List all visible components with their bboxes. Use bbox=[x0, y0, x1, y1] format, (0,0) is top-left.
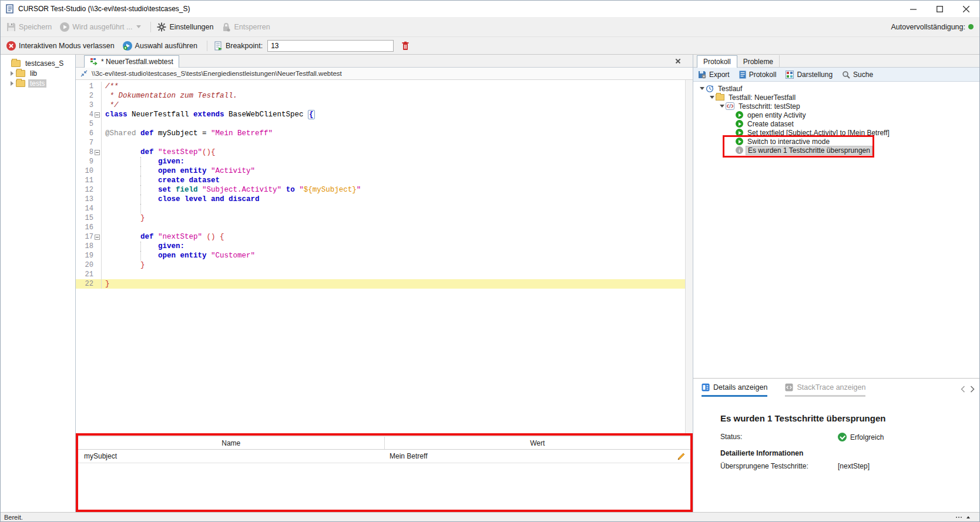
variable-name-cell[interactable]: mySubject bbox=[78, 452, 385, 460]
chevron-left-icon[interactable] bbox=[961, 386, 965, 393]
tree-row[interactable]: iEs wurden 1 Testschritte übersprungen bbox=[693, 146, 979, 155]
variable-value-cell[interactable]: Mein Betreff bbox=[385, 452, 690, 460]
skipped-steps-value: [nextStep] bbox=[838, 462, 870, 470]
fold-marker-icon[interactable] bbox=[95, 235, 100, 240]
code-line[interactable]: 13 close level and discard bbox=[76, 195, 685, 204]
column-header-name[interactable]: Name bbox=[78, 439, 384, 447]
code-line[interactable]: 1/** bbox=[76, 82, 685, 91]
file-tree-item[interactable]: tests bbox=[1, 78, 75, 88]
status-bar: Bereit. bbox=[1, 512, 979, 521]
tab-protokoll[interactable]: Protokoll bbox=[697, 55, 737, 68]
expander-icon[interactable] bbox=[708, 96, 716, 99]
testrun-icon bbox=[706, 85, 714, 93]
breakpoint-input[interactable] bbox=[267, 40, 394, 52]
trash-icon[interactable] bbox=[401, 41, 410, 51]
code-line[interactable]: 19 open entity "Customer" bbox=[76, 251, 685, 260]
code-line[interactable]: 10 open entity "Activity" bbox=[76, 166, 685, 176]
tab-details-anzeigen[interactable]: Details anzeigen bbox=[702, 383, 767, 397]
fold-column[interactable] bbox=[93, 148, 102, 157]
code-line[interactable]: 14 bbox=[76, 204, 685, 213]
tree-row[interactable]: open entity Activity bbox=[693, 111, 979, 119]
code-line[interactable]: 17 def "nextStep" () { bbox=[76, 232, 685, 242]
collapse-arrows-icon[interactable] bbox=[80, 70, 88, 77]
code-line[interactable]: 5 bbox=[76, 119, 685, 129]
code-line[interactable]: 6@Shared def mySubject = "Mein Betreff" bbox=[76, 129, 685, 138]
running-button[interactable]: Wird ausgeführt ... bbox=[60, 22, 141, 32]
fold-column[interactable] bbox=[93, 232, 102, 242]
edit-pencil-icon[interactable] bbox=[677, 452, 686, 463]
code-line[interactable]: 11 create dataset bbox=[76, 176, 685, 185]
code-line[interactable]: 16 bbox=[76, 223, 685, 232]
toolbar-separator bbox=[207, 41, 207, 51]
statusbar-arrow-icon[interactable] bbox=[966, 516, 970, 518]
fold-column bbox=[93, 138, 102, 148]
code-line[interactable]: 8 def "testStep"(){ bbox=[76, 148, 685, 157]
chevron-down-icon[interactable] bbox=[136, 25, 141, 28]
suche-button[interactable]: Suche bbox=[842, 71, 873, 79]
line-number: 12 bbox=[76, 185, 93, 195]
code-line[interactable]: 22} bbox=[76, 279, 685, 289]
fold-column bbox=[93, 270, 102, 279]
table-row[interactable]: mySubjectMein Betreff bbox=[78, 450, 690, 463]
code-line[interactable]: 21 bbox=[76, 270, 685, 279]
run-selection-button[interactable]: Auswahl ausführen bbox=[123, 41, 197, 51]
tree-row[interactable]: Set textfield [Subject.Activity] to [Mei… bbox=[693, 128, 979, 137]
tree-row[interactable]: Testfall: NeuerTestfall bbox=[693, 93, 979, 102]
editor-tab[interactable]: * NeuerTestfall.webtest bbox=[84, 55, 179, 68]
file-tree: testcases_Slibtests bbox=[1, 55, 76, 512]
play-icon bbox=[736, 120, 743, 128]
file-tree-item[interactable]: lib bbox=[1, 68, 75, 78]
unlock-button[interactable]: Entsperren bbox=[221, 22, 270, 32]
tree-row[interactable]: Create dataset bbox=[693, 119, 979, 128]
column-header-wert[interactable]: Wert bbox=[385, 439, 691, 447]
close-button[interactable] bbox=[953, 1, 979, 17]
fold-column[interactable] bbox=[93, 110, 102, 119]
expander-icon[interactable] bbox=[8, 71, 16, 76]
code-editor[interactable]: 1/**2 * Dokumentation zum Testfall.3 */4… bbox=[76, 80, 685, 433]
code-line[interactable]: 12 set field "Subject.Activity" to "${my… bbox=[76, 185, 685, 195]
indent-guide bbox=[140, 176, 141, 185]
export-button[interactable]: Export bbox=[698, 71, 730, 79]
code-line[interactable]: 2 * Dokumentation zum Testfall. bbox=[76, 91, 685, 101]
tab-stacktrace-anzeigen[interactable]: StackTrace anzeigen bbox=[785, 383, 865, 397]
fold-marker-icon[interactable] bbox=[95, 112, 100, 118]
file-tree-item[interactable]: testcases_S bbox=[1, 58, 75, 68]
leave-interactive-mode-button[interactable]: Interaktiven Modus verlassen bbox=[6, 41, 115, 51]
protocol-doc-icon bbox=[739, 71, 746, 79]
maximize-button[interactable] bbox=[927, 1, 953, 17]
editor-scrollbar[interactable] bbox=[685, 80, 693, 433]
tree-row[interactable]: Switch to interactive mode bbox=[693, 137, 979, 146]
code-line[interactable]: 20 } bbox=[76, 260, 685, 270]
tree-row[interactable]: Testlauf bbox=[693, 84, 979, 93]
tab-probleme[interactable]: Probleme bbox=[737, 55, 780, 68]
code-line[interactable]: 15 } bbox=[76, 213, 685, 223]
indent-guide bbox=[140, 185, 141, 195]
code-line[interactable]: 3 */ bbox=[76, 101, 685, 110]
code-text: /** bbox=[105, 82, 119, 91]
stacktrace-icon bbox=[785, 383, 793, 392]
code-line[interactable]: 4class NeuerTestfall extends BaseWebClie… bbox=[76, 110, 685, 119]
tree-row[interactable]: Testschritt: testStep bbox=[693, 102, 979, 111]
expander-icon[interactable] bbox=[698, 87, 706, 90]
fold-marker-icon[interactable] bbox=[95, 150, 100, 155]
status-text: Bereit. bbox=[4, 514, 23, 521]
code-text: } bbox=[105, 260, 145, 270]
code-line[interactable]: 9 given: bbox=[76, 157, 685, 166]
tree-row-label: Switch to interactive mode bbox=[746, 138, 831, 146]
chevron-right-icon[interactable] bbox=[970, 386, 975, 393]
expander-icon[interactable] bbox=[718, 105, 726, 108]
darstellung-button[interactable]: Darstellung bbox=[786, 71, 833, 79]
minimize-button[interactable] bbox=[900, 1, 927, 17]
autocomplete-status-dot bbox=[968, 24, 974, 29]
overflow-dots-icon[interactable] bbox=[956, 517, 962, 518]
settings-button[interactable]: Einstellungen bbox=[157, 22, 213, 32]
expander-icon[interactable] bbox=[8, 81, 16, 86]
details-icon bbox=[702, 383, 710, 392]
search-icon bbox=[842, 71, 850, 79]
code-line[interactable]: 7 bbox=[76, 138, 685, 148]
line-number: 21 bbox=[76, 270, 93, 279]
code-line[interactable]: 18 given: bbox=[76, 242, 685, 251]
protokoll-button[interactable]: Protokoll bbox=[739, 71, 777, 79]
editor-close-icon[interactable] bbox=[674, 57, 682, 65]
save-button[interactable]: Speichern bbox=[6, 22, 52, 32]
